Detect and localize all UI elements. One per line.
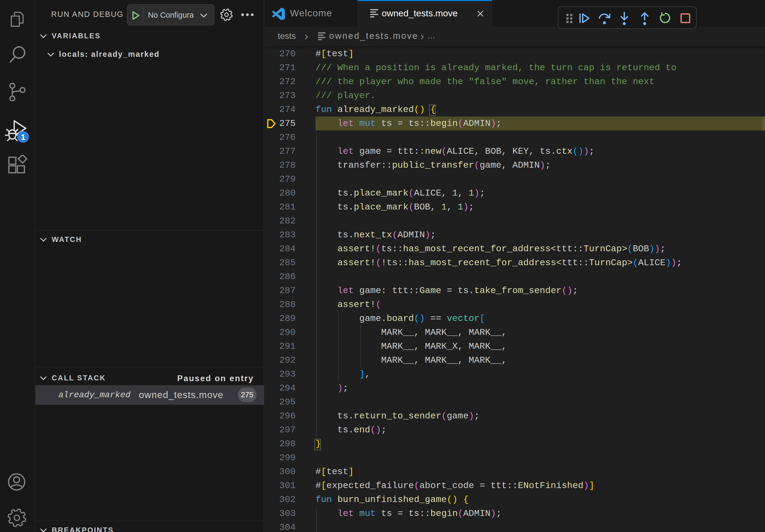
svg-text:1: 1	[21, 133, 25, 141]
